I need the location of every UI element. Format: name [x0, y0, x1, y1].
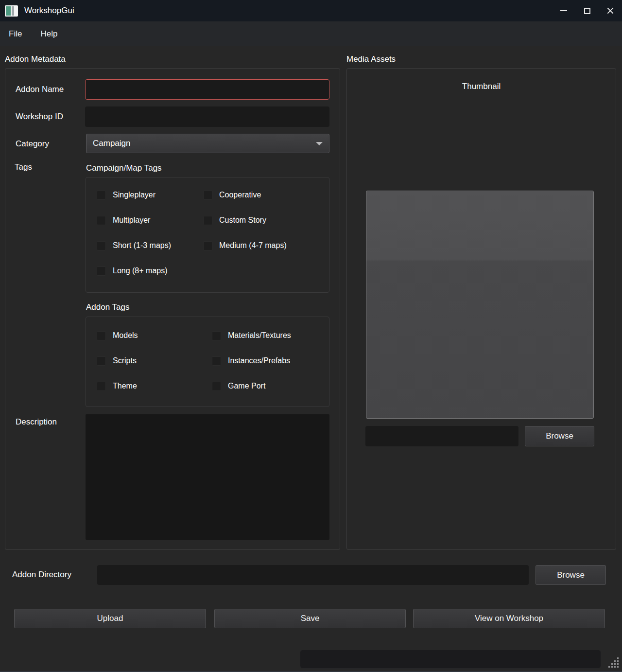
- menubar: File Help: [0, 21, 622, 46]
- save-button[interactable]: Save: [214, 609, 406, 628]
- tag-checkbox-label: Singleplayer: [113, 191, 156, 199]
- tag-checkbox-row[interactable]: Instances/Prefabs: [212, 356, 329, 366]
- tag-checkbox-label: Instances/Prefabs: [228, 356, 290, 365]
- media-assets-section-title: Media Assets: [346, 54, 396, 64]
- minimize-icon: [560, 10, 567, 11]
- addon-tags-title: Addon Tags: [86, 302, 129, 312]
- close-button[interactable]: [599, 0, 622, 21]
- campaign-tags-grid: Singleplayer Cooperative Multiplayer Cus…: [86, 177, 329, 283]
- thumbnail-preview: [366, 191, 594, 419]
- addon-tags-grid: Models Materials/Textures Scripts Instan…: [86, 317, 329, 399]
- checkbox-icon[interactable]: [97, 216, 106, 225]
- tag-checkbox-row[interactable]: Models: [97, 331, 212, 340]
- resize-grip-icon[interactable]: [608, 657, 619, 668]
- tag-checkbox-label: Game Port: [228, 382, 265, 390]
- tag-checkbox-label: Medium (4-7 maps): [219, 241, 287, 250]
- tag-checkbox-row[interactable]: Custom Story: [203, 216, 329, 225]
- campaign-tags-title: Campaign/Map Tags: [86, 163, 162, 173]
- maximize-icon: [584, 8, 590, 14]
- addon-tags-groupbox: Models Materials/Textures Scripts Instan…: [86, 317, 329, 407]
- app-icon: [5, 5, 18, 17]
- checkbox-icon[interactable]: [203, 241, 212, 250]
- window-controls: [552, 0, 622, 21]
- tag-checkbox-row[interactable]: Theme: [97, 382, 212, 391]
- tag-checkbox-label: Theme: [113, 382, 137, 390]
- maximize-button[interactable]: [575, 0, 599, 21]
- addon-directory-label: Addon Directory: [12, 570, 71, 580]
- checkbox-icon[interactable]: [97, 382, 106, 391]
- tag-checkbox-row[interactable]: Short (1-3 maps): [97, 241, 203, 250]
- tag-checkbox-label: Models: [113, 331, 138, 340]
- tag-checkbox-row[interactable]: Singleplayer: [97, 191, 203, 200]
- tag-checkbox-label: Multiplayer: [113, 216, 150, 225]
- thumbnail-browse-button[interactable]: Browse: [525, 426, 594, 446]
- tag-checkbox-label: Long (8+ maps): [113, 266, 168, 275]
- workshop-id-label: Workshop ID: [16, 112, 63, 122]
- tag-checkbox-label: Scripts: [113, 356, 137, 365]
- tag-checkbox-label: Materials/Textures: [228, 331, 291, 340]
- tag-checkbox-row[interactable]: Multiplayer: [97, 216, 203, 225]
- checkbox-icon[interactable]: [97, 356, 106, 366]
- window-title: WorkshopGui: [24, 6, 74, 16]
- chevron-down-icon: [316, 142, 323, 145]
- tag-checkbox-row[interactable]: Cooperative: [203, 191, 329, 200]
- checkbox-icon[interactable]: [97, 266, 106, 276]
- tags-label: Tags: [15, 162, 32, 172]
- tag-checkbox-label: Custom Story: [219, 216, 266, 225]
- tag-checkbox-label: Short (1-3 maps): [113, 241, 171, 250]
- checkbox-icon[interactable]: [97, 191, 106, 200]
- view-on-workshop-button[interactable]: View on Workshop: [413, 609, 605, 628]
- minimize-button[interactable]: [552, 0, 575, 21]
- menu-item-help[interactable]: Help: [38, 28, 59, 40]
- campaign-tags-groupbox: Singleplayer Cooperative Multiplayer Cus…: [86, 177, 329, 293]
- checkbox-icon[interactable]: [212, 356, 221, 366]
- tag-checkbox-row[interactable]: Long (8+ maps): [97, 266, 203, 276]
- status-progress-bar: [300, 650, 601, 669]
- menu-item-file[interactable]: File: [7, 28, 24, 40]
- description-textarea[interactable]: [86, 414, 329, 540]
- tag-checkbox-row[interactable]: Materials/Textures: [212, 331, 329, 340]
- description-label: Description: [16, 417, 57, 427]
- addon-directory-browse-button[interactable]: Browse: [536, 565, 606, 585]
- tag-checkbox-label: Cooperative: [219, 191, 261, 199]
- tag-checkbox-row[interactable]: Medium (4-7 maps): [203, 241, 329, 250]
- addon-name-label: Addon Name: [16, 85, 64, 94]
- titlebar: WorkshopGui: [0, 0, 622, 21]
- category-label: Category: [16, 139, 49, 149]
- category-selected-value: Campaign: [93, 139, 131, 148]
- workshop-id-input[interactable]: [85, 106, 329, 127]
- tag-checkbox-row[interactable]: Game Port: [212, 382, 329, 391]
- addon-name-input[interactable]: [85, 79, 329, 100]
- close-icon: [606, 7, 614, 15]
- addon-directory-input[interactable]: [97, 565, 529, 585]
- checkbox-icon[interactable]: [203, 216, 212, 225]
- thumbnail-path-input[interactable]: [365, 426, 518, 446]
- addon-metadata-section-title: Addon Metadata: [5, 54, 66, 64]
- checkbox-icon[interactable]: [212, 382, 221, 391]
- checkbox-icon[interactable]: [203, 191, 212, 200]
- thumbnail-label: Thumbnail: [346, 82, 616, 91]
- upload-button[interactable]: Upload: [14, 609, 206, 628]
- tag-checkbox-row[interactable]: Scripts: [97, 356, 212, 366]
- checkbox-icon[interactable]: [212, 331, 221, 340]
- checkbox-icon[interactable]: [97, 331, 106, 340]
- category-select[interactable]: Campaign: [86, 134, 329, 153]
- checkbox-icon[interactable]: [97, 241, 106, 250]
